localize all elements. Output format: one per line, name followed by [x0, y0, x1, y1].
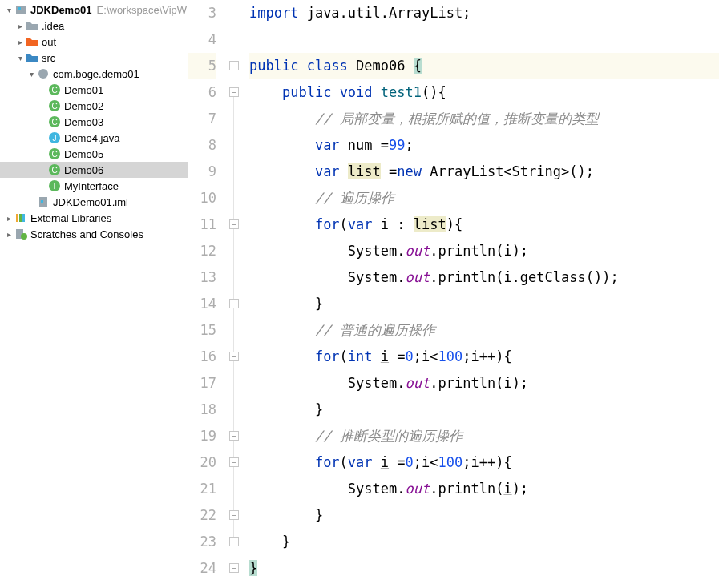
chevron-down-icon[interactable]: ▾	[3, 6, 14, 14]
tree-scratches[interactable]: ▸ Scratches and Consoles	[0, 226, 188, 242]
fold-column: − − − − − − − − − −	[228, 0, 240, 588]
project-sidebar: ▾ JDKDemo01 E:\workspace\VipW ▸ .idea ▸ …	[0, 0, 188, 588]
tree-file-iml[interactable]: ▸ JDKDemo01.iml	[0, 194, 188, 210]
tree-external-libraries[interactable]: ▸ External Libraries	[0, 210, 188, 226]
fold-toggle-icon[interactable]: −	[229, 537, 239, 546]
code-editor[interactable]: 3 4 5 6 7 8 9 10 11 12 13 14 15 16 17 18…	[188, 0, 719, 588]
code-line-13[interactable]: System.out.println(i.getClass());	[249, 264, 719, 291]
fold-toggle-icon[interactable]: −	[229, 87, 239, 97]
tree-label: MyInterface	[64, 180, 119, 192]
svg-text:J: J	[53, 134, 57, 143]
code-line-14[interactable]: }	[249, 291, 719, 317]
code-line-9[interactable]: var list =new ArrayList<String>();	[249, 159, 719, 185]
line-number: 8	[188, 132, 216, 159]
project-tree: ▾ JDKDemo01 E:\workspace\VipW ▸ .idea ▸ …	[0, 0, 188, 242]
svg-point-2	[38, 69, 48, 79]
folder-src-icon	[26, 51, 38, 64]
line-number: 10	[188, 185, 216, 211]
line-number: 23	[188, 529, 216, 555]
svg-text:C: C	[51, 86, 57, 95]
svg-rect-18	[41, 200, 43, 203]
fold-toggle-icon[interactable]: −	[229, 510, 239, 520]
code-line-17[interactable]: System.out.println(i);	[249, 370, 719, 397]
code-line-22[interactable]: }	[249, 502, 719, 529]
tree-folder-src[interactable]: ▾ src	[0, 50, 188, 66]
fold-toggle-icon[interactable]: −	[229, 431, 239, 441]
svg-text:C: C	[51, 150, 57, 159]
fold-toggle-icon[interactable]: −	[229, 61, 239, 70]
tree-package[interactable]: ▾ com.boge.demo01	[0, 66, 188, 82]
tree-folder-idea[interactable]: ▸ .idea	[0, 18, 188, 34]
chevron-right-icon[interactable]: ▸	[3, 230, 14, 239]
line-number: 5	[188, 53, 216, 79]
code-line-11[interactable]: for(var i : list){	[249, 211, 719, 238]
tree-class-demo06[interactable]: ▸ C Demo06	[0, 162, 188, 178]
fold-toggle-icon[interactable]: −	[229, 352, 239, 361]
svg-rect-19	[16, 214, 18, 222]
tree-class-demo01[interactable]: ▸ C Demo01	[0, 82, 188, 98]
tree-label: External Libraries	[30, 212, 111, 224]
tree-label: Demo06	[64, 164, 103, 176]
line-number: 19	[188, 423, 216, 449]
line-number: 17	[188, 370, 216, 397]
svg-text:I: I	[54, 182, 56, 191]
svg-rect-21	[22, 214, 25, 222]
tree-file-demo4java[interactable]: ▸ J Demo4.java	[0, 130, 188, 146]
code-line-18[interactable]: }	[249, 397, 719, 423]
fold-toggle-icon[interactable]: −	[229, 219, 239, 229]
class-icon: C	[48, 99, 61, 112]
code-line-7[interactable]: // 局部变量，根据所赋的值，推断变量的类型	[249, 106, 719, 132]
tree-class-demo02[interactable]: ▸ C Demo02	[0, 98, 188, 114]
tree-interface-myinterface[interactable]: ▸ I MyInterface	[0, 178, 188, 194]
code-line-6[interactable]: public void test1(){	[249, 79, 719, 106]
chevron-down-icon[interactable]: ▾	[26, 70, 37, 79]
code-line-10[interactable]: // 遍历操作	[249, 185, 719, 211]
svg-text:C: C	[51, 166, 57, 175]
code-area[interactable]: import import java.util.ArrayList;java.u…	[240, 0, 719, 588]
line-number: 14	[188, 291, 216, 317]
tree-project-root[interactable]: ▾ JDKDemo01 E:\workspace\VipW	[0, 2, 188, 18]
line-number: 11	[188, 211, 216, 238]
chevron-down-icon[interactable]: ▾	[14, 54, 26, 62]
module-icon	[14, 3, 27, 16]
code-line-15[interactable]: // 普通的遍历操作	[249, 317, 719, 344]
line-number: 7	[188, 106, 216, 132]
tree-label: Demo01	[64, 84, 103, 96]
code-line-20[interactable]: for(var i =0;i<100;i++){	[249, 449, 719, 476]
interface-icon: I	[48, 179, 61, 192]
svg-rect-20	[19, 214, 22, 222]
line-number: 6	[188, 79, 216, 106]
chevron-right-icon[interactable]: ▸	[14, 38, 26, 46]
tree-folder-out[interactable]: ▸ out	[0, 34, 188, 50]
code-line-8[interactable]: var num =99;	[249, 132, 719, 159]
svg-text:C: C	[51, 118, 57, 127]
line-number: 24	[188, 555, 216, 582]
code-line-16[interactable]: for(int i =0;i<100;i++){	[249, 344, 719, 370]
line-number: 4	[188, 26, 216, 53]
folder-icon	[26, 19, 38, 32]
code-line-21[interactable]: System.out.println(i);	[249, 476, 719, 502]
code-line-4[interactable]	[249, 26, 719, 53]
code-line-3[interactable]: import import java.util.ArrayList;java.u…	[249, 0, 719, 26]
line-number: 12	[188, 238, 216, 264]
tree-label: com.boge.demo01	[53, 68, 139, 80]
line-number: 15	[188, 317, 216, 344]
project-path: E:\workspace\VipW	[97, 4, 187, 16]
line-number: 3	[188, 0, 216, 26]
code-line-24[interactable]: }	[249, 555, 719, 582]
tree-class-demo03[interactable]: ▸ C Demo03	[0, 114, 188, 130]
tree-label: Scratches and Consoles	[30, 228, 143, 240]
code-line-23[interactable]: }	[249, 529, 719, 555]
line-gutter: 3 4 5 6 7 8 9 10 11 12 13 14 15 16 17 18…	[188, 0, 228, 588]
fold-toggle-icon[interactable]: −	[229, 563, 239, 573]
code-line-19[interactable]: // 推断类型的遍历操作	[249, 423, 719, 449]
class-icon: C	[48, 83, 61, 96]
chevron-right-icon[interactable]: ▸	[3, 214, 14, 223]
tree-class-demo05[interactable]: ▸ C Demo05	[0, 146, 188, 162]
code-line-12[interactable]: System.out.println(i);	[249, 238, 719, 264]
chevron-right-icon[interactable]: ▸	[14, 22, 26, 30]
tree-label: Demo05	[64, 148, 103, 160]
fold-toggle-icon[interactable]: −	[229, 299, 239, 308]
code-line-5[interactable]: public class Demo06 {	[249, 53, 719, 79]
fold-toggle-icon[interactable]: −	[229, 457, 239, 467]
